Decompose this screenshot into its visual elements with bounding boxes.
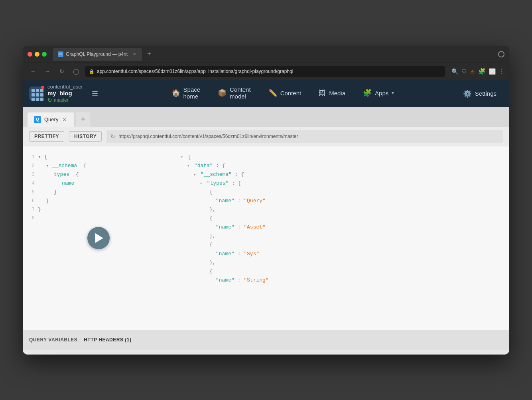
- nav-apps[interactable]: 🧩 Apps ▾: [354, 80, 403, 107]
- result-line: "name" : "String": [181, 276, 503, 285]
- cf-nav-items: 🏠 Spacehome 📦 Contentmodel ✏️ Content 🖼 …: [109, 80, 457, 107]
- result-line: ▾ {: [181, 153, 503, 162]
- address-icons: 🔍 🛡 ⚠ 🧩 ⬜ ⋮: [451, 68, 504, 75]
- nav-media[interactable]: 🖼 Media: [310, 80, 354, 107]
- grid-dot: [40, 89, 43, 92]
- tab-favicon: C: [58, 51, 63, 57]
- query-tab-icon: Q: [34, 116, 41, 123]
- nav-settings[interactable]: ⚙️ Settings: [457, 80, 503, 107]
- forward-button[interactable]: →: [42, 66, 53, 77]
- home-icon: 🏠: [171, 89, 180, 97]
- pg-toolbar: PRETTIFY HISTORY ↻ https://graphql.conte…: [23, 127, 509, 146]
- graphql-playground: Q Query ✕ + PRETTIFY HISTORY ↻ https://g…: [23, 107, 509, 355]
- grid-dot: [36, 89, 39, 92]
- search-icon[interactable]: 🔍: [451, 68, 458, 75]
- result-line: ▾ "data" : {: [181, 162, 503, 170]
- nav-content[interactable]: ✏️ Content: [260, 80, 310, 107]
- cf-navbar: contentful_user my_blog ↻ master ☰ 🏠 Spa…: [23, 80, 509, 107]
- endpoint-url-text: https://graphql.contentful.com/content/v…: [118, 134, 499, 139]
- tab-area: C GraphQL Playground — p4nt ✕ +: [53, 48, 495, 61]
- browser-window: C GraphQL Playground — p4nt ✕ + ← → ↻ ◯ …: [23, 46, 509, 355]
- close-button[interactable]: [28, 52, 32, 57]
- query-tab-close[interactable]: ✕: [61, 116, 68, 123]
- nav-content-model-label: Contentmodel: [230, 86, 251, 100]
- result-line: {: [181, 214, 503, 223]
- apps-grid-button[interactable]: [29, 87, 43, 101]
- play-icon: [95, 233, 103, 243]
- more-icon[interactable]: ⋮: [499, 68, 504, 75]
- result-line: ▾ "types" : [: [181, 179, 503, 188]
- title-bar: C GraphQL Playground — p4nt ✕ +: [23, 46, 509, 63]
- result-line: "name" : "Sys": [181, 250, 503, 258]
- cf-username: contentful_user: [47, 84, 83, 90]
- cast-icon[interactable]: ⬜: [489, 68, 496, 75]
- tab-title: GraphQL Playground — p4nt: [66, 51, 128, 57]
- back-button[interactable]: ←: [28, 66, 39, 77]
- apps-icon: 🧩: [363, 89, 372, 97]
- grid-dot: [32, 93, 35, 97]
- lock-icon: 🔒: [89, 69, 95, 74]
- query-variables-button[interactable]: QUERY VARIABLES: [29, 337, 77, 343]
- grid-dot: [32, 89, 35, 92]
- query-line-6: 6 }: [29, 197, 167, 205]
- new-query-tab-button[interactable]: +: [76, 112, 90, 127]
- query-line-5: 5 }: [29, 188, 167, 197]
- result-line: "name" : "Query": [181, 197, 503, 205]
- nav-settings-label: Settings: [475, 90, 497, 97]
- env-label: master: [54, 97, 69, 103]
- url-input[interactable]: 🔒 app.contentful.com/spaces/56dzm01z6lln…: [85, 66, 445, 77]
- result-line: {: [181, 267, 503, 276]
- nav-space-home-label: Spacehome: [183, 86, 201, 100]
- grid-dot: [36, 93, 39, 97]
- minimize-button[interactable]: [35, 52, 39, 57]
- query-line-7: 7 }: [29, 205, 167, 214]
- query-line-2: 2 ▾ __schema {: [29, 162, 167, 170]
- url-refresh-icon[interactable]: ↻: [110, 133, 115, 140]
- query-tab[interactable]: Q Query ✕: [28, 112, 74, 127]
- history-button[interactable]: HISTORY: [69, 131, 102, 142]
- query-tab-label: Query: [44, 116, 58, 122]
- notification-dot: [41, 86, 44, 89]
- nav-space-home[interactable]: 🏠 Spacehome: [163, 80, 209, 107]
- grid-dot: [36, 98, 39, 101]
- run-query-button[interactable]: [87, 227, 110, 249]
- tab-close-button[interactable]: ✕: [132, 51, 137, 57]
- browser-tab[interactable]: C GraphQL Playground — p4nt ✕: [53, 48, 142, 61]
- nav-media-label: Media: [329, 90, 345, 97]
- query-line-3: 3 types {: [29, 170, 167, 179]
- result-viewer: ▾ { ▾ "data" : { ▾ "__schema" : { ▾ "typ…: [174, 146, 509, 330]
- result-line: {: [181, 188, 503, 197]
- bookmark-button[interactable]: ◯: [71, 66, 82, 77]
- window-control-icon: [498, 51, 504, 57]
- settings-icon: ⚙️: [463, 89, 472, 98]
- result-line: },: [181, 258, 503, 267]
- new-tab-button[interactable]: +: [144, 49, 155, 60]
- pg-bottom-bar: QUERY VARIABLES HTTP HEADERS (1): [23, 330, 509, 350]
- cf-space-name: my_blog: [47, 90, 83, 97]
- query-line-8: 8: [29, 214, 167, 222]
- endpoint-url-bar: ↻ https://graphql.contentful.com/content…: [106, 130, 503, 143]
- http-headers-button[interactable]: HTTP HEADERS (1): [84, 337, 131, 343]
- traffic-lights: [28, 52, 47, 57]
- cf-env: ↻ master: [47, 97, 83, 103]
- query-line-1: 1 ▾ {: [29, 153, 167, 162]
- reload-button[interactable]: ↻: [56, 66, 67, 77]
- query-editor[interactable]: 1 ▾ { 2 ▾ __schema { 3 types { 4 name: [23, 146, 174, 330]
- nav-content-model[interactable]: 📦 Contentmodel: [209, 80, 260, 107]
- hamburger-menu[interactable]: ☰: [92, 89, 98, 98]
- url-text: app.contentful.com/spaces/56dzm01z6lln/a…: [97, 69, 293, 74]
- result-line: {: [181, 240, 503, 249]
- extensions-icon[interactable]: 🧩: [478, 68, 486, 75]
- address-bar: ← → ↻ ◯ 🔒 app.contentful.com/spaces/56dz…: [23, 63, 509, 80]
- nav-apps-label: Apps: [375, 90, 388, 97]
- media-icon: 🖼: [319, 89, 326, 97]
- pg-tabbar: Q Query ✕ +: [23, 107, 509, 127]
- grid-dot: [32, 98, 35, 101]
- nav-content-label: Content: [280, 90, 301, 97]
- prettify-button[interactable]: PRETTIFY: [29, 131, 64, 142]
- content-model-icon: 📦: [218, 89, 227, 97]
- result-line: },: [181, 232, 503, 240]
- maximize-button[interactable]: [42, 52, 47, 57]
- result-line: },: [181, 205, 503, 214]
- env-icon: ↻: [47, 97, 52, 103]
